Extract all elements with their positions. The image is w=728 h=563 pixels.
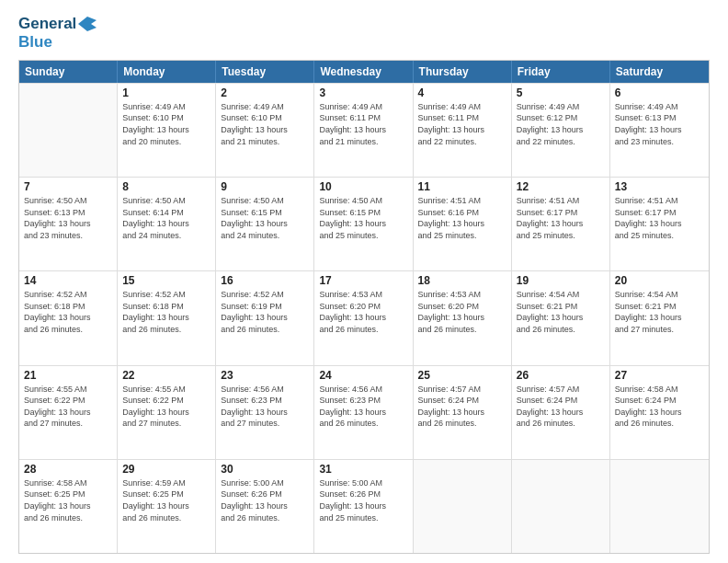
calendar-cell: 11Sunrise: 4:51 AM Sunset: 6:16 PM Dayli…: [414, 178, 512, 270]
day-detail: Sunrise: 4:51 AM Sunset: 6:17 PM Dayligh…: [615, 195, 704, 241]
day-detail: Sunrise: 4:57 AM Sunset: 6:24 PM Dayligh…: [517, 384, 605, 430]
calendar-cell: 9Sunrise: 4:50 AM Sunset: 6:15 PM Daylig…: [216, 178, 314, 270]
day-number: 29: [122, 463, 210, 476]
day-detail: Sunrise: 4:49 AM Sunset: 6:12 PM Dayligh…: [517, 101, 605, 147]
logo-general: General: [18, 15, 76, 33]
calendar-cell: 25Sunrise: 4:57 AM Sunset: 6:24 PM Dayli…: [414, 366, 512, 459]
day-detail: Sunrise: 4:49 AM Sunset: 6:11 PM Dayligh…: [418, 101, 506, 147]
logo-bird-icon: [78, 17, 97, 31]
day-number: 22: [122, 369, 210, 382]
calendar-cell: 14Sunrise: 4:52 AM Sunset: 6:18 PM Dayli…: [19, 271, 118, 364]
day-number: 21: [24, 369, 112, 382]
day-header-thursday: Thursday: [414, 61, 512, 83]
calendar-week-5: 28Sunrise: 4:58 AM Sunset: 6:25 PM Dayli…: [19, 459, 709, 553]
day-detail: Sunrise: 4:54 AM Sunset: 6:21 PM Dayligh…: [615, 289, 704, 335]
day-number: 23: [221, 369, 309, 382]
day-detail: Sunrise: 4:49 AM Sunset: 6:11 PM Dayligh…: [319, 101, 407, 147]
logo-blue: Blue: [18, 33, 97, 52]
day-number: 17: [319, 274, 407, 287]
day-number: 15: [122, 274, 210, 287]
day-number: 3: [319, 86, 407, 99]
day-number: 19: [517, 274, 605, 287]
logo-container: General Blue: [18, 15, 97, 52]
day-header-monday: Monday: [118, 61, 216, 83]
day-detail: Sunrise: 4:50 AM Sunset: 6:15 PM Dayligh…: [221, 195, 309, 241]
calendar-header: SundayMondayTuesdayWednesdayThursdayFrid…: [19, 61, 709, 83]
calendar-cell: 19Sunrise: 4:54 AM Sunset: 6:21 PM Dayli…: [512, 271, 610, 364]
day-number: 31: [319, 463, 407, 476]
calendar-cell: 12Sunrise: 4:51 AM Sunset: 6:17 PM Dayli…: [512, 178, 610, 270]
day-number: 4: [418, 86, 506, 99]
day-detail: Sunrise: 4:49 AM Sunset: 6:13 PM Dayligh…: [615, 101, 704, 147]
calendar-cell: [414, 460, 512, 553]
calendar-cell: 21Sunrise: 4:55 AM Sunset: 6:22 PM Dayli…: [19, 366, 118, 459]
day-header-tuesday: Tuesday: [216, 61, 314, 83]
day-number: 8: [122, 180, 210, 193]
calendar-cell: 7Sunrise: 4:50 AM Sunset: 6:13 PM Daylig…: [19, 178, 118, 270]
day-detail: Sunrise: 5:00 AM Sunset: 6:26 PM Dayligh…: [221, 477, 309, 523]
day-number: 2: [221, 86, 309, 99]
day-detail: Sunrise: 4:50 AM Sunset: 6:13 PM Dayligh…: [24, 195, 112, 241]
day-detail: Sunrise: 5:00 AM Sunset: 6:26 PM Dayligh…: [319, 477, 407, 523]
day-number: 26: [517, 369, 605, 382]
day-number: 18: [418, 274, 506, 287]
calendar: SundayMondayTuesdayWednesdayThursdayFrid…: [18, 60, 710, 554]
day-number: 1: [122, 86, 210, 99]
day-header-friday: Friday: [512, 61, 610, 83]
calendar-cell: 4Sunrise: 4:49 AM Sunset: 6:11 PM Daylig…: [414, 84, 512, 177]
day-detail: Sunrise: 4:56 AM Sunset: 6:23 PM Dayligh…: [221, 384, 309, 430]
day-number: 12: [517, 180, 605, 193]
page-container: General Blue SundayMondayTuesdayWednesda…: [0, 0, 728, 563]
calendar-cell: 5Sunrise: 4:49 AM Sunset: 6:12 PM Daylig…: [512, 84, 610, 177]
calendar-cell: 20Sunrise: 4:54 AM Sunset: 6:21 PM Dayli…: [610, 271, 709, 364]
day-detail: Sunrise: 4:56 AM Sunset: 6:23 PM Dayligh…: [319, 384, 407, 430]
calendar-cell: 31Sunrise: 5:00 AM Sunset: 6:26 PM Dayli…: [314, 460, 413, 553]
day-number: 16: [221, 274, 309, 287]
day-number: 25: [418, 369, 506, 382]
calendar-cell: 15Sunrise: 4:52 AM Sunset: 6:18 PM Dayli…: [118, 271, 216, 364]
day-detail: Sunrise: 4:58 AM Sunset: 6:25 PM Dayligh…: [24, 477, 112, 523]
day-detail: Sunrise: 4:53 AM Sunset: 6:20 PM Dayligh…: [319, 289, 407, 335]
day-number: 11: [418, 180, 506, 193]
calendar-cell: 23Sunrise: 4:56 AM Sunset: 6:23 PM Dayli…: [216, 366, 314, 459]
calendar-cell: 28Sunrise: 4:58 AM Sunset: 6:25 PM Dayli…: [19, 460, 118, 553]
calendar-cell: 18Sunrise: 4:53 AM Sunset: 6:20 PM Dayli…: [414, 271, 512, 364]
day-detail: Sunrise: 4:50 AM Sunset: 6:15 PM Dayligh…: [319, 195, 407, 241]
calendar-cell: 6Sunrise: 4:49 AM Sunset: 6:13 PM Daylig…: [610, 84, 709, 177]
day-number: 7: [24, 180, 112, 193]
calendar-cell: 24Sunrise: 4:56 AM Sunset: 6:23 PM Dayli…: [314, 366, 413, 459]
calendar-cell: 13Sunrise: 4:51 AM Sunset: 6:17 PM Dayli…: [610, 178, 709, 270]
day-number: 5: [517, 86, 605, 99]
day-detail: Sunrise: 4:51 AM Sunset: 6:17 PM Dayligh…: [517, 195, 605, 241]
calendar-cell: 16Sunrise: 4:52 AM Sunset: 6:19 PM Dayli…: [216, 271, 314, 364]
calendar-cell: 22Sunrise: 4:55 AM Sunset: 6:22 PM Dayli…: [118, 366, 216, 459]
day-number: 27: [615, 369, 704, 382]
day-detail: Sunrise: 4:59 AM Sunset: 6:25 PM Dayligh…: [122, 477, 210, 523]
day-number: 10: [319, 180, 407, 193]
day-number: 14: [24, 274, 112, 287]
calendar-cell: 17Sunrise: 4:53 AM Sunset: 6:20 PM Dayli…: [314, 271, 413, 364]
day-detail: Sunrise: 4:52 AM Sunset: 6:18 PM Dayligh…: [24, 289, 112, 335]
calendar-week-4: 21Sunrise: 4:55 AM Sunset: 6:22 PM Dayli…: [19, 365, 709, 459]
calendar-week-2: 7Sunrise: 4:50 AM Sunset: 6:13 PM Daylig…: [19, 177, 709, 270]
calendar-body: 1Sunrise: 4:49 AM Sunset: 6:10 PM Daylig…: [19, 83, 709, 553]
calendar-cell: [19, 84, 118, 177]
calendar-cell: 26Sunrise: 4:57 AM Sunset: 6:24 PM Dayli…: [512, 366, 610, 459]
day-detail: Sunrise: 4:49 AM Sunset: 6:10 PM Dayligh…: [122, 101, 210, 147]
day-detail: Sunrise: 4:51 AM Sunset: 6:16 PM Dayligh…: [418, 195, 506, 241]
day-detail: Sunrise: 4:53 AM Sunset: 6:20 PM Dayligh…: [418, 289, 506, 335]
day-number: 6: [615, 86, 704, 99]
day-detail: Sunrise: 4:55 AM Sunset: 6:22 PM Dayligh…: [24, 384, 112, 430]
page-header: General Blue: [18, 15, 710, 52]
day-number: 30: [221, 463, 309, 476]
calendar-cell: 3Sunrise: 4:49 AM Sunset: 6:11 PM Daylig…: [314, 84, 413, 177]
day-detail: Sunrise: 4:58 AM Sunset: 6:24 PM Dayligh…: [615, 384, 704, 430]
day-number: 20: [615, 274, 704, 287]
day-detail: Sunrise: 4:52 AM Sunset: 6:19 PM Dayligh…: [221, 289, 309, 335]
day-header-wednesday: Wednesday: [314, 61, 413, 83]
calendar-cell: [512, 460, 610, 553]
day-number: 24: [319, 369, 407, 382]
calendar-week-3: 14Sunrise: 4:52 AM Sunset: 6:18 PM Dayli…: [19, 270, 709, 364]
day-detail: Sunrise: 4:50 AM Sunset: 6:14 PM Dayligh…: [122, 195, 210, 241]
day-detail: Sunrise: 4:57 AM Sunset: 6:24 PM Dayligh…: [418, 384, 506, 430]
